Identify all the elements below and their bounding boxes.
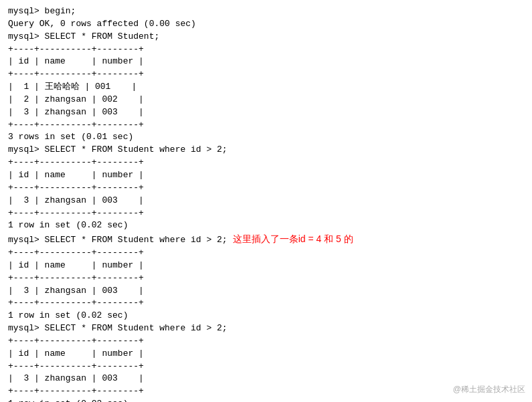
terminal-line: | 3 | zhangsan | 003 | <box>8 106 524 119</box>
terminal-line: | id | name | number | <box>8 56 524 68</box>
terminal-line: +----+----------+--------+ <box>8 182 524 195</box>
terminal-line: +----+----------+--------+ <box>8 207 524 220</box>
terminal-line: +----+----------+--------+ <box>8 43 524 56</box>
terminal-window: mysql> begin;Query OK, 0 rows affected (… <box>0 0 532 402</box>
annotation-text: 这里插入了一条id = 4 和 5 的 <box>233 232 353 245</box>
terminal-content: mysql> begin;Query OK, 0 rows affected (… <box>8 5 524 402</box>
terminal-line: | id | name | number | <box>8 169 524 182</box>
terminal-line: mysql> SELECT * FROM Student where id > … <box>8 322 524 335</box>
terminal-line: +----+----------+--------+ <box>8 272 524 285</box>
terminal-line: mysql> begin; <box>8 5 524 18</box>
terminal-line: Query OK, 0 rows affected (0.00 sec) <box>8 18 524 31</box>
terminal-line: | 3 | zhangsan | 003 | <box>8 195 524 207</box>
terminal-line: | 3 | zhangsan | 003 | <box>8 285 524 298</box>
terminal-line-with-annotation: mysql> SELECT * FROM Student where id > … <box>8 232 524 247</box>
terminal-line: 1 row in set (0.02 sec) <box>8 219 524 232</box>
terminal-line: +----+----------+--------+ <box>8 68 524 81</box>
terminal-line: | 1 | 王哈哈哈 | 001 | <box>8 81 524 94</box>
terminal-line: | 2 | zhangsan | 002 | <box>8 94 524 106</box>
terminal-line: 1 row in set (0.03 sec) <box>8 398 524 402</box>
terminal-line: +----+----------+--------+ <box>8 361 524 373</box>
watermark: @稀土掘金技术社区 <box>453 384 525 395</box>
terminal-line: 3 rows in set (0.01 sec) <box>8 131 524 144</box>
terminal-line: mysql> SELECT * FROM Student where id > … <box>8 144 524 157</box>
terminal-line: 1 row in set (0.02 sec) <box>8 310 524 322</box>
terminal-line: +----+----------+--------+ <box>8 247 524 260</box>
terminal-line: +----+----------+--------+ <box>8 385 524 398</box>
terminal-line: +----+----------+--------+ <box>8 297 524 310</box>
terminal-line: mysql> SELECT * FROM Student; <box>8 31 524 43</box>
terminal-line: | id | name | number | <box>8 348 524 361</box>
terminal-line: mysql> SELECT * FROM Student where id > … <box>8 234 228 247</box>
terminal-line: | 3 | zhangsan | 003 | <box>8 373 524 385</box>
terminal-line: +----+----------+--------+ <box>8 335 524 348</box>
terminal-line: +----+----------+--------+ <box>8 119 524 132</box>
terminal-line: | id | name | number | <box>8 260 524 272</box>
terminal-line: +----+----------+--------+ <box>8 157 524 169</box>
